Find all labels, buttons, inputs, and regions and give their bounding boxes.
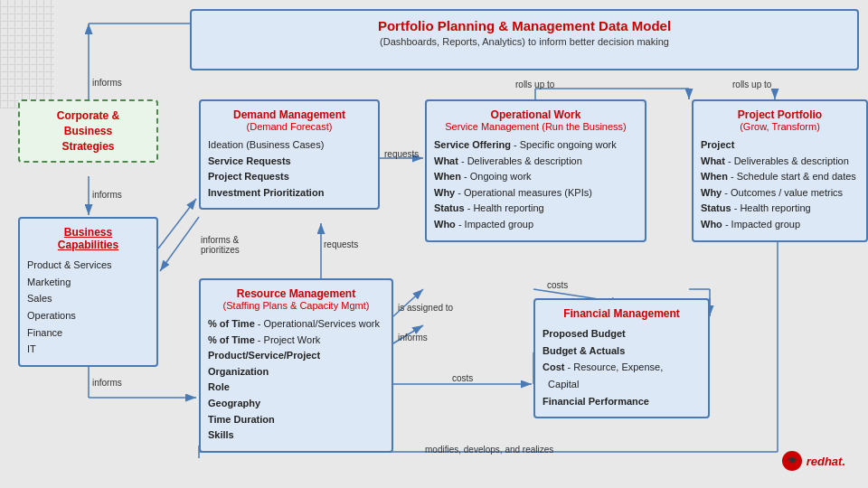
- header-box: Portfolio Planning & Management Data Mod…: [190, 9, 859, 70]
- resource-subtitle: (Staffing Plans & Capacity Mgmt): [208, 300, 384, 311]
- informs-label-2: informs: [92, 190, 122, 200]
- informs-label-3: informs: [92, 378, 122, 388]
- header-title: Portfolio Planning & Management Data Mod…: [201, 18, 848, 33]
- list-item: IT: [27, 341, 149, 358]
- operational-subtitle: Service Management (Run the Business): [434, 121, 637, 132]
- capabilities-list: Product & Services Marketing Sales Opera…: [27, 257, 149, 358]
- svg-line-5: [158, 199, 196, 249]
- informs-label-1: informs: [92, 78, 122, 88]
- financial-box: Financial Management Proposed Budget Bud…: [533, 298, 710, 418]
- demand-box: Demand Management (Demand Forecast) Idea…: [199, 99, 380, 210]
- project-subtitle: (Grow, Transform): [701, 121, 859, 132]
- demand-subtitle: (Demand Forecast): [208, 121, 371, 132]
- capabilities-title: BusinessCapabilities: [27, 226, 149, 251]
- operational-box: Operational Work Service Management (Run…: [425, 99, 646, 242]
- demand-content: Ideation (Business Cases) Service Reques…: [208, 137, 371, 201]
- corporate-box: Corporate &BusinessStrategies: [18, 99, 158, 163]
- list-item: Operations: [27, 307, 149, 324]
- list-item: Sales: [27, 290, 149, 307]
- redhat-logo: redhat.: [781, 450, 845, 472]
- operational-content: Service Offering - Specific ongoing work…: [434, 137, 637, 233]
- redhat-text: redhat.: [807, 455, 845, 468]
- requests-label-2: requests: [324, 239, 358, 249]
- rolls-up-label-2: rolls up to: [732, 80, 771, 89]
- is-assigned-label: is assigned to: [398, 303, 453, 313]
- financial-content: Proposed Budget Budget & Actuals Cost - …: [542, 325, 701, 409]
- resource-title: Resource Management: [208, 287, 384, 300]
- resource-box: Resource Management (Staffing Plans & Ca…: [199, 278, 393, 453]
- requests-label-1: requests: [384, 149, 419, 159]
- modifies-label: modifies, develops, and realizes: [425, 445, 553, 455]
- svg-line-6: [160, 217, 199, 271]
- informs-prioritizes-label: informs &prioritizes: [201, 235, 240, 255]
- informs-label-4: informs: [398, 333, 428, 343]
- project-content: Project What - Deliverables & descriptio…: [701, 137, 859, 233]
- demand-title: Demand Management: [208, 108, 371, 121]
- list-item: Marketing: [27, 274, 149, 291]
- costs-label-1: costs: [547, 280, 568, 290]
- list-item: Finance: [27, 324, 149, 342]
- redhat-icon: [781, 450, 803, 472]
- list-item: Product & Services: [27, 257, 149, 274]
- costs-label-2: costs: [452, 373, 473, 383]
- project-title: Project Portfolio: [701, 108, 859, 121]
- resource-content: % of Time - Operational/Services work % …: [208, 316, 384, 444]
- rolls-up-label-1: rolls up to: [515, 80, 554, 89]
- corporate-title: Corporate &BusinessStrategies: [27, 108, 149, 154]
- project-box: Project Portfolio (Grow, Transform) Proj…: [692, 99, 868, 242]
- capabilities-box: BusinessCapabilities Product & Services …: [18, 217, 158, 367]
- operational-title: Operational Work: [434, 108, 637, 121]
- header-subtitle: (Dashboards, Reports, Analytics) to info…: [201, 36, 848, 47]
- financial-title: Financial Management: [542, 307, 701, 320]
